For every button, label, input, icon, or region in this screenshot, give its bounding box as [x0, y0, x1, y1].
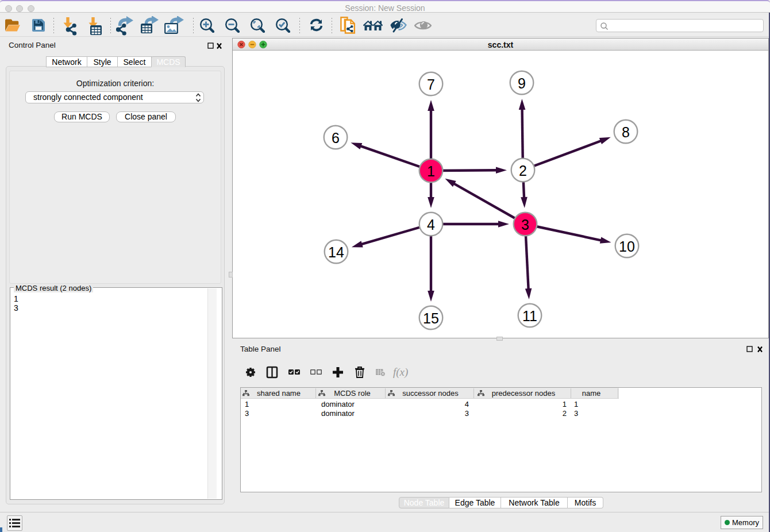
svg-text:successor nodes: successor nodes	[402, 389, 459, 398]
svg-text:7: 7	[427, 76, 435, 92]
svg-text:1: 1	[427, 163, 435, 179]
svg-text:shared name: shared name	[257, 389, 301, 398]
svg-text:predecessor nodes: predecessor nodes	[492, 389, 556, 398]
svg-text:14: 14	[328, 244, 344, 260]
svg-text:10: 10	[619, 238, 635, 255]
svg-text:9: 9	[518, 75, 526, 91]
svg-text:2: 2	[519, 163, 527, 179]
svg-text:6: 6	[332, 130, 340, 146]
svg-text:8: 8	[622, 124, 630, 140]
svg-text:11: 11	[522, 308, 537, 324]
svg-text:3: 3	[521, 217, 529, 233]
svg-text:name: name	[582, 389, 601, 398]
svg-text:4: 4	[427, 217, 435, 233]
svg-text:15: 15	[423, 310, 439, 326]
svg-text:MCDS role: MCDS role	[334, 389, 371, 398]
svg-text:f(x): f(x)	[393, 366, 408, 379]
